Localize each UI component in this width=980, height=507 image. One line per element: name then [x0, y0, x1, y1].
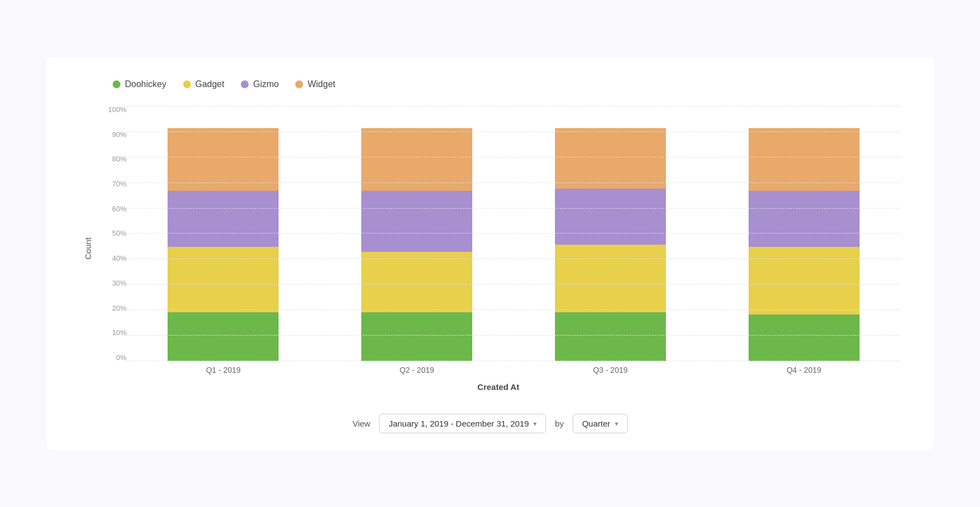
y-tick-label: 80%: [112, 155, 127, 163]
bar-segment-widget: [555, 128, 666, 189]
y-tick-label: 10%: [112, 329, 127, 336]
bar-segment-gizmo: [749, 191, 860, 247]
legend-dot-gizmo: [241, 80, 249, 88]
bar-segment-widget: [361, 128, 472, 191]
x-labels-row: Q1 - 2019Q2 - 2019Q3 - 2019Q4 - 2019: [96, 366, 901, 374]
bar-segment-gadget: [749, 247, 860, 315]
y-axis-title-wrapper: Count: [79, 106, 96, 392]
y-tick-label: 0%: [116, 354, 127, 361]
view-label: View: [352, 419, 370, 428]
x-labels-inner: Q1 - 2019Q2 - 2019Q3 - 2019Q4 - 2019: [127, 366, 901, 374]
legend-item-gizmo: Gizmo: [241, 79, 279, 89]
x-axis-label: Q4 - 2019: [786, 366, 821, 374]
period-value: Quarter: [582, 419, 610, 428]
controls-row: View January 1, 2019 - December 31, 2019…: [79, 414, 901, 433]
legend-dot-widget: [295, 80, 303, 88]
legend-label-gizmo: Gizmo: [253, 79, 279, 89]
bar-segment-doohickey: [168, 312, 279, 361]
right-area: 100%90%80%70%60%50%40%30%20%10%0% Q1 - 2…: [96, 106, 901, 392]
bar-segment-doohickey: [361, 312, 472, 361]
date-range-dropdown[interactable]: January 1, 2019 - December 31, 2019 ▾: [379, 414, 546, 433]
x-axis-title: Created At: [96, 382, 901, 392]
bar-group: [361, 128, 472, 361]
y-tick-label: 30%: [112, 280, 127, 287]
y-tick-label: 20%: [112, 305, 127, 312]
bar-segment-widget: [168, 128, 279, 191]
chart-legend: Doohickey Gadget Gizmo Widget: [79, 79, 901, 89]
bar-group: [555, 128, 666, 361]
y-tick-label: 90%: [112, 131, 127, 138]
bar-group: [749, 128, 860, 361]
legend-dot-doohickey: [113, 80, 120, 88]
x-axis-label: Q1 - 2019: [206, 366, 240, 374]
date-range-value: January 1, 2019 - December 31, 2019: [388, 419, 529, 428]
x-axis-label: Q3 - 2019: [593, 366, 628, 374]
chart-container: Doohickey Gadget Gizmo Widget Count 100%…: [46, 57, 934, 450]
y-tick-label: 40%: [112, 255, 127, 262]
legend-label-gadget: Gadget: [195, 79, 224, 89]
legend-item-widget: Widget: [295, 79, 335, 89]
bar-segment-gadget: [361, 252, 472, 312]
period-chevron: ▾: [615, 420, 618, 428]
bars-col: [127, 106, 901, 361]
bar-segment-gizmo: [168, 191, 279, 247]
bars-and-ticks: 100%90%80%70%60%50%40%30%20%10%0%: [96, 106, 901, 361]
bar-segment-widget: [749, 128, 860, 191]
chart-wrapper: Count 100%90%80%70%60%50%40%30%20%10%0% …: [79, 106, 901, 392]
x-axis-label: Q2 - 2019: [400, 366, 434, 374]
bar-segment-gizmo: [555, 189, 666, 245]
y-tick-label: 60%: [112, 205, 127, 212]
legend-item-doohickey: Doohickey: [113, 79, 166, 89]
by-label: by: [555, 419, 564, 428]
y-tick-label: 100%: [108, 106, 127, 113]
y-tick-label: 70%: [112, 180, 127, 187]
bar-segment-gadget: [555, 245, 666, 312]
bar-segment-doohickey: [555, 312, 666, 361]
bar-segment-gadget: [168, 247, 279, 312]
y-axis-title: Count: [83, 237, 93, 260]
y-ticks-col: 100%90%80%70%60%50%40%30%20%10%0%: [96, 106, 127, 361]
legend-item-gadget: Gadget: [183, 79, 224, 89]
plot-area: 100%90%80%70%60%50%40%30%20%10%0%: [96, 106, 901, 361]
bar-segment-doohickey: [749, 315, 860, 361]
y-tick-label: 50%: [112, 230, 127, 237]
legend-label-widget: Widget: [307, 79, 335, 89]
bar-segment-gizmo: [361, 191, 472, 251]
period-dropdown[interactable]: Quarter ▾: [573, 414, 628, 433]
date-range-chevron: ▾: [533, 420, 537, 428]
legend-label-doohickey: Doohickey: [125, 79, 166, 89]
bar-group: [168, 128, 279, 361]
legend-dot-gadget: [183, 80, 191, 88]
